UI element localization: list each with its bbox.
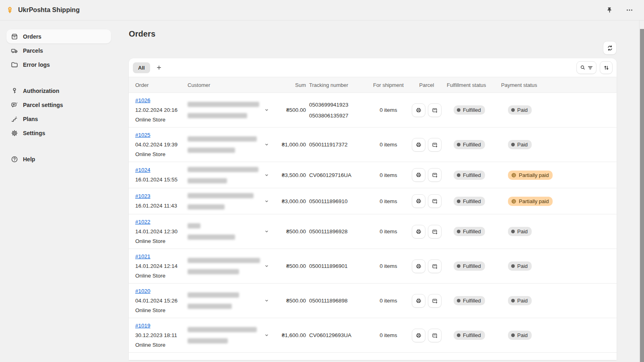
add-parcel-button[interactable] — [428, 294, 442, 308]
redacted-customer-phone — [188, 234, 235, 240]
redacted-customer-name — [188, 102, 259, 107]
redacted-customer-phone — [188, 338, 228, 343]
refresh-button[interactable] — [603, 41, 617, 55]
tab-all[interactable]: All — [133, 62, 150, 73]
order-link[interactable]: #1026 — [135, 97, 151, 103]
order-link[interactable]: #1023 — [135, 193, 151, 199]
status-dot-icon — [457, 200, 460, 203]
expand-row-button[interactable] — [263, 262, 270, 270]
print-label-button[interactable] — [412, 225, 425, 239]
redacted-customer-phone — [188, 113, 247, 118]
expand-row-button[interactable] — [263, 171, 270, 179]
add-parcel-icon — [431, 197, 438, 205]
gear-icon — [10, 129, 19, 137]
tracking-cell: 0500111896910 — [306, 198, 370, 204]
printer-icon — [415, 197, 422, 205]
status-dot-icon — [511, 143, 515, 146]
fulfillment-status-badge: Fulfilled — [454, 331, 485, 340]
status-dot-icon — [511, 108, 515, 112]
search-icon — [580, 64, 586, 71]
fulfillment-cell: Fulfilled — [447, 197, 501, 206]
order-date: 16.01.2024 11:43 — [135, 201, 188, 211]
order-date: 14.01.2024 12:30 — [135, 227, 188, 237]
column-header: Parcel — [407, 82, 447, 88]
sidebar-item-authorization[interactable]: Authorization — [6, 84, 111, 98]
fulfillment-status-badge: Fulfilled — [454, 140, 485, 149]
payment-cell: Paid — [501, 227, 617, 236]
parcel-cell — [407, 168, 447, 182]
sort-button[interactable] — [600, 61, 613, 74]
order-link[interactable]: #1022 — [135, 219, 151, 225]
redacted-customer-phone — [188, 148, 235, 153]
printer-icon — [415, 141, 422, 148]
tracking-cell: 0500111896901 — [306, 263, 370, 269]
overflow-menu-button[interactable] — [624, 4, 635, 16]
pin-button[interactable] — [604, 5, 615, 16]
order-date: 30.12.2023 18:11 — [135, 331, 188, 340]
expand-row-button[interactable] — [263, 141, 270, 148]
table-row: #1019 30.12.2023 18:11 Online Store ₴1,6… — [129, 318, 617, 353]
printer-icon — [415, 332, 422, 339]
order-link[interactable]: #1024 — [135, 167, 151, 173]
sidebar-item-orders[interactable]: Orders — [6, 29, 111, 43]
chevron-down-icon — [264, 228, 270, 234]
app-brand: UkrPoshta Shipping — [6, 6, 80, 14]
redacted-customer-name — [188, 193, 254, 198]
add-parcel-icon — [431, 107, 438, 114]
sort-icon — [603, 64, 610, 71]
add-parcel-button[interactable] — [428, 103, 442, 117]
redacted-customer-name — [188, 327, 257, 332]
print-label-button[interactable] — [412, 294, 425, 308]
order-link[interactable]: #1025 — [135, 132, 151, 138]
search-filter-button[interactable] — [576, 61, 597, 74]
status-dot-icon — [511, 333, 515, 337]
sidebar-item-error-logs[interactable]: Error logs — [6, 58, 111, 72]
table-header-row: Order Customer Sum Tracking number For s… — [129, 77, 617, 93]
order-link[interactable]: #1020 — [135, 288, 151, 294]
scrollbar-thumb[interactable] — [640, 29, 644, 362]
status-dot-icon — [457, 230, 460, 233]
add-parcel-button[interactable] — [428, 329, 442, 342]
sidebar-item-help[interactable]: Help — [6, 152, 111, 166]
print-label-button[interactable] — [412, 103, 425, 117]
print-label-button[interactable] — [412, 168, 425, 182]
sum-cell: ₴1,600.00 — [272, 332, 306, 338]
parcel-cell — [407, 329, 447, 342]
order-link[interactable]: #1019 — [135, 323, 151, 329]
order-cell: #1019 30.12.2023 18:11 Online Store — [129, 321, 188, 350]
expand-row-button[interactable] — [263, 106, 270, 114]
expand-row-button[interactable] — [263, 228, 270, 235]
expand-row-button[interactable] — [263, 197, 270, 205]
status-dot-icon — [511, 264, 515, 268]
fulfillment-status-badge: Fulfilled — [454, 197, 485, 206]
table-row: #1020 04.01.2024 15:26 Online Store ₴500… — [129, 284, 617, 318]
chevron-down-icon — [264, 263, 270, 269]
fulfillment-status-badge: Fulfilled — [454, 171, 485, 180]
add-parcel-button[interactable] — [428, 259, 442, 273]
page-title: Orders — [129, 29, 644, 39]
print-label-button[interactable] — [412, 329, 425, 342]
parcel-cell — [407, 294, 447, 308]
fulfillment-cell: Fulfilled — [447, 140, 501, 149]
add-parcel-button[interactable] — [428, 225, 442, 239]
add-parcel-button[interactable] — [428, 138, 442, 152]
sidebar-item-settings[interactable]: Settings — [6, 126, 111, 140]
sidebar-item-parcels[interactable]: Parcels — [6, 43, 111, 58]
plus-icon — [156, 64, 162, 71]
add-parcel-button[interactable] — [428, 194, 442, 208]
for-shipment-cell: 0 items — [370, 198, 407, 204]
expand-row-button[interactable] — [263, 297, 270, 304]
add-parcel-button[interactable] — [428, 168, 442, 182]
chat-settings-icon — [10, 101, 19, 109]
order-link[interactable]: #1021 — [135, 253, 151, 259]
print-label-button[interactable] — [412, 194, 425, 208]
expand-row-button[interactable] — [263, 331, 270, 339]
payment-status-badge: Paid — [508, 105, 532, 115]
redacted-customer-name — [188, 223, 200, 228]
print-label-button[interactable] — [412, 138, 425, 152]
sidebar-item-plans[interactable]: Plans — [6, 112, 111, 126]
print-label-button[interactable] — [412, 259, 425, 273]
printer-icon — [415, 263, 422, 270]
sidebar-item-parcel-settings[interactable]: Parcel settings — [6, 98, 111, 112]
add-view-button[interactable] — [153, 63, 165, 72]
